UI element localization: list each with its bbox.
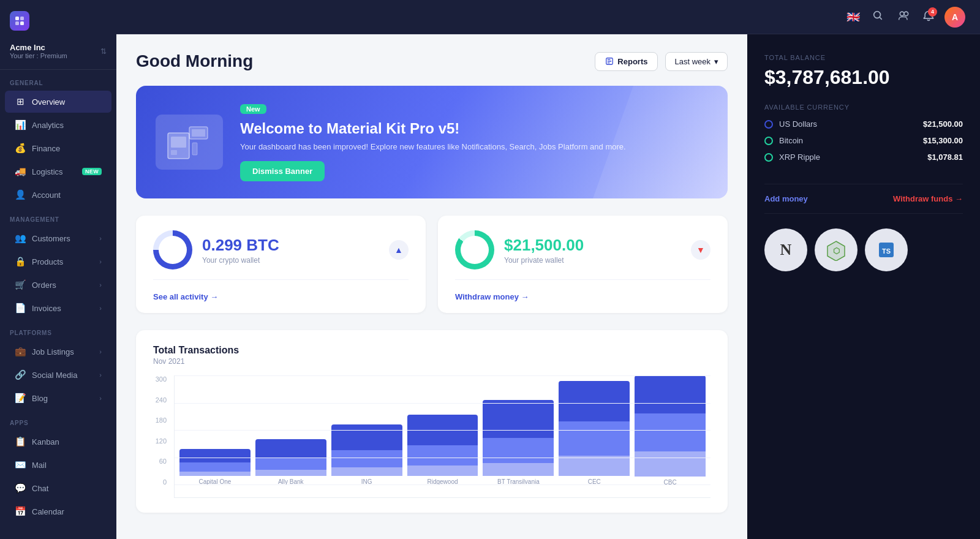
sidebar-item-calendar[interactable]: 📅 Calendar xyxy=(5,500,111,522)
sidebar-label-calendar: Calendar xyxy=(32,507,64,516)
svg-rect-13 xyxy=(192,143,197,155)
bar-capital-one: Capital One xyxy=(179,375,251,485)
svg-text:⬡: ⬡ xyxy=(833,246,840,255)
btc-dot xyxy=(764,137,773,145)
crypto-amount: 0.299 BTC xyxy=(202,236,279,255)
section-label-general: GENERAL xyxy=(0,70,116,90)
sidebar-item-kanban[interactable]: 📋 Kanban xyxy=(5,431,111,453)
mail-icon: ✉️ xyxy=(15,459,26,470)
section-label-apps: APPS xyxy=(0,410,116,430)
currency-row-xrp: XRP Ripple $1,078.81 xyxy=(764,153,963,162)
products-chevron-icon: › xyxy=(99,258,102,265)
account-icon: 👤 xyxy=(15,189,26,200)
chart-bars: Capital One Ally Bank xyxy=(174,375,710,498)
withdraw-funds-link[interactable]: Withdraw funds → xyxy=(893,194,963,203)
bar-ally-bank: Ally Bank xyxy=(255,375,326,485)
available-currency-label: AVAILABLE CURRENCY xyxy=(764,104,963,111)
bar-bt-transilvania: BT Transilvania xyxy=(483,375,554,485)
sidebar-item-chat[interactable]: 💬 Chat xyxy=(5,477,111,499)
dismiss-banner-button[interactable]: Dismiss Banner xyxy=(240,161,325,181)
sidebar-label-blog: Blog xyxy=(32,394,48,403)
usd-dot xyxy=(764,120,773,129)
section-label-management: MANAGEMENT xyxy=(0,206,116,227)
svg-rect-3 xyxy=(20,21,24,25)
xrp-amount: $1,078.81 xyxy=(927,153,963,162)
blog-chevron-icon: › xyxy=(99,394,102,402)
company-selector[interactable]: Acme Inc Your tier : Premium ⇅ xyxy=(0,38,116,70)
xrp-name: XRP Ripple xyxy=(779,153,820,162)
sidebar-item-blog[interactable]: 📝 Blog › xyxy=(5,387,111,409)
chat-icon: 💬 xyxy=(15,483,26,494)
logistics-new-badge: NEW xyxy=(82,168,102,175)
private-wallet-card: $21,500.00 Your private wallet ▼ Withdra… xyxy=(438,216,728,313)
period-chevron-icon: ▾ xyxy=(714,57,718,66)
tech-icon-ts[interactable]: TS xyxy=(865,228,908,271)
social-media-chevron-icon: › xyxy=(99,371,102,379)
sidebar-label-analytics: Analytics xyxy=(32,121,64,130)
crypto-wallet-card: 0.299 BTC Your crypto wallet ▲ See all a… xyxy=(136,216,426,313)
notification-bell[interactable]: 4 xyxy=(922,10,935,24)
private-label: Your private wallet xyxy=(504,256,584,265)
sidebar-label-invoices: Invoices xyxy=(32,304,61,313)
private-amount: $21,500.00 xyxy=(504,236,584,255)
reports-button[interactable]: Reports xyxy=(595,52,658,71)
sidebar-label-social-media: Social Media xyxy=(32,371,77,380)
withdraw-money-link[interactable]: Withdraw money → xyxy=(455,292,529,301)
invoices-icon: 📄 xyxy=(15,303,26,314)
sidebar-item-invoices[interactable]: 📄 Invoices › xyxy=(5,297,111,319)
header-actions: Reports Last week ▾ xyxy=(595,52,728,71)
bar-ridgewood: Ridgewood xyxy=(407,375,478,485)
sidebar-label-orders: Orders xyxy=(32,281,56,290)
bar-cbc: CBC xyxy=(635,375,706,485)
main-content: Good Morning Reports Last week ▾ xyxy=(116,34,747,539)
sidebar-item-logistics[interactable]: 🚚 Logistics NEW xyxy=(5,160,111,183)
sidebar-item-products[interactable]: 🔒 Products › xyxy=(5,251,111,273)
tech-icon-nodejs[interactable]: ⬡ xyxy=(815,228,858,271)
svg-point-6 xyxy=(904,12,908,16)
overview-icon: ⊞ xyxy=(15,96,26,107)
sidebar-item-mail[interactable]: ✉️ Mail xyxy=(5,454,111,476)
sidebar-label-job-listings: Job Listings xyxy=(32,347,74,356)
see-all-activity-link[interactable]: See all activity → xyxy=(153,292,218,301)
period-label: Last week xyxy=(674,57,710,66)
sidebar-item-finance[interactable]: 💰 Finance xyxy=(5,137,111,159)
customers-chevron-icon: › xyxy=(99,235,102,242)
sidebar-label-kanban: Kanban xyxy=(32,437,59,447)
banner-new-badge: New xyxy=(240,104,266,114)
svg-point-5 xyxy=(900,12,904,16)
tech-icon-n[interactable]: N xyxy=(764,228,807,271)
crypto-label: Your crypto wallet xyxy=(202,256,279,265)
sidebar-item-social-media[interactable]: 🔗 Social Media › xyxy=(5,364,111,386)
svg-rect-12 xyxy=(192,129,205,137)
private-donut-chart xyxy=(455,230,494,270)
sidebar-item-analytics[interactable]: 📊 Analytics xyxy=(5,114,111,136)
chart-subtitle: Nov 2021 xyxy=(153,357,710,366)
section-label-platforms: PLATFORMS xyxy=(0,320,116,340)
search-icon[interactable] xyxy=(870,7,886,26)
sidebar-logo xyxy=(0,0,116,38)
add-money-link[interactable]: Add money xyxy=(764,194,808,203)
user-avatar[interactable]: A xyxy=(944,7,965,28)
job-listings-icon: 💼 xyxy=(15,346,26,357)
private-collapse-button[interactable]: ▼ xyxy=(691,240,710,260)
sidebar-item-account[interactable]: 👤 Account xyxy=(5,184,111,206)
chart-y-axis: 300 240 180 120 60 0 xyxy=(153,375,170,498)
sidebar-item-orders[interactable]: 🛒 Orders › xyxy=(5,274,111,296)
people-icon[interactable] xyxy=(895,7,913,26)
social-media-icon: 🔗 xyxy=(15,369,26,380)
orders-icon: 🛒 xyxy=(15,279,26,290)
currency-row-btc: Bitcoin $15,300.00 xyxy=(764,136,963,145)
usd-amount: $21,500.00 xyxy=(923,119,963,129)
sidebar-item-overview[interactable]: ⊞ Overview xyxy=(5,91,111,113)
language-flag-icon[interactable]: 🇬🇧 xyxy=(846,10,860,24)
sidebar-label-account: Account xyxy=(32,190,61,200)
sidebar-item-customers[interactable]: 👥 Customers › xyxy=(5,227,111,249)
right-panel: TOTAL BALANCE $3,787,681.00 AVAILABLE CU… xyxy=(747,34,980,539)
usd-name: US Dollars xyxy=(779,119,817,129)
crypto-collapse-button[interactable]: ▲ xyxy=(389,240,409,260)
period-selector[interactable]: Last week ▾ xyxy=(665,52,728,71)
finance-icon: 💰 xyxy=(15,143,26,154)
sidebar-item-job-listings[interactable]: 💼 Job Listings › xyxy=(5,341,111,363)
company-expand-icon: ⇅ xyxy=(100,47,107,56)
notification-count: 4 xyxy=(928,7,937,17)
